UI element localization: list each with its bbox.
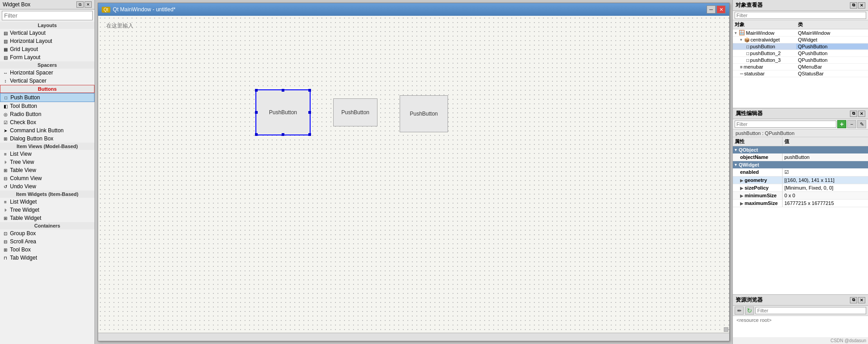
widget-tree-view[interactable]: ⊧Tree View [0,158,94,166]
widget-group-box[interactable]: ⊡Group Box [0,229,94,237]
resource-tree: <resource root> [733,316,868,337]
widget-table-widget[interactable]: ⊞Table Widget [0,214,94,222]
prop-section-qobject: ▾QObject [733,146,868,153]
widget-tool-button[interactable]: ◧Tool Button [0,102,94,110]
selection-handle [308,111,311,114]
widget-box-float-btn[interactable]: ⧉ [76,1,84,8]
resource-refresh-btn[interactable]: ↻ [745,307,754,315]
qt-main-window: Qt Qt MainWindow - untitled* ─ ✕ 在这里输入 P… [98,3,730,341]
property-add-button[interactable]: + [837,120,846,128]
resource-browser-close-btn[interactable]: ✕ [858,297,865,303]
widget-grid-layout[interactable]: ▦Grid Layout [0,45,94,53]
widget-tool-box[interactable]: ⊞Tool Box [0,246,94,254]
property-editor-header: 属性编辑器 ⧉ ✕ [733,108,868,119]
object-inspector-close-btn[interactable]: ✕ [858,2,865,9]
widget-dialog-button-box[interactable]: ⊞Dialog Button Box [0,135,94,143]
tree-row-statusbar[interactable]: ─ statusbar QStatusBar [733,70,868,77]
widget-command-link-button[interactable]: ➤Command Link Button [0,126,94,135]
prop-name-enabled: enabled [733,168,783,176]
selection-handle [282,133,284,136]
tree-name-centralwidget: centralwidget [750,37,780,42]
widget-box-filter[interactable] [2,11,93,20]
section-spacers: Spacers [0,61,94,69]
tree-name-menubar: menubar [744,64,763,70]
widget-check-box[interactable]: ☑Check Box [0,118,94,126]
tree-row-centralwidget[interactable]: ▾ 📦 centralwidget QWidget [733,37,868,43]
object-inspector-tree: 对象 类 ▾ 🪟 MainWindow QMainWindow ▾ 📦 cent… [733,20,868,108]
tree-icon-statusbar: ─ [740,71,743,76]
prop-row-minimumsize[interactable]: ▶minimumSize 0 x 0 [733,192,868,200]
widget-tree-widget[interactable]: ⊧Tree Widget [0,206,94,214]
widget-table-view[interactable]: ⊞Table View [0,166,94,174]
prop-row-geometry[interactable]: ▶geometry [(160, 140), 141 x 111] [733,177,868,184]
prop-section-qwidget: ▾QWidget [733,161,868,168]
prop-value-minimumsize: 0 x 0 [783,192,868,199]
tree-icon-mainwindow: 🪟 [739,30,745,36]
canvas-button-1[interactable]: PushButton [255,89,311,135]
object-inspector-filter-bar [733,11,868,20]
object-inspector-filter[interactable] [735,12,866,19]
tree-header: 对象 类 [733,20,868,29]
prop-row-enabled[interactable]: enabled ☑ [733,168,868,177]
property-context-label: pushButton : QPushButton [733,130,868,137]
resource-pencil-btn[interactable]: ✏ [735,307,744,315]
center-area: Qt Qt MainWindow - untitled* ─ ✕ 在这里输入 P… [95,0,732,344]
object-inspector-header: 对象查看器 ⧉ ✕ [733,0,868,11]
canvas-button-2[interactable]: PushButton [333,98,377,126]
qt-canvas[interactable]: 在这里输入 PushButton PushButton PushButt [98,16,729,333]
tree-row-pushbutton2[interactable]: □ pushButton_2 QPushButton [733,50,868,57]
selection-handle [308,89,311,92]
right-panel: 对象查看器 ⧉ ✕ 对象 类 ▾ 🪟 MainWindow QMainWindo… [732,0,868,344]
widget-vertical-layout[interactable]: ▤Vertical Layout [0,29,94,37]
widget-undo-view[interactable]: ↺Undo View [0,182,94,191]
property-table-header: 属性 值 [733,137,868,146]
prop-name-sizepolicy: ▶sizePolicy [733,184,783,191]
tree-col-class: 类 [798,21,866,28]
resource-browser-float-btn[interactable]: ⧉ [850,297,857,303]
property-editor-filter[interactable] [735,121,836,128]
tree-row-pushbutton[interactable]: □ pushButton QPushButton [733,43,868,50]
section-buttons: Buttons [0,85,94,93]
tree-row-pushbutton3[interactable]: □ pushButton_3 QPushButton [733,57,868,64]
tree-class-menubar: QMenuBar [796,64,868,70]
widget-box-close-btn[interactable]: ✕ [85,1,92,8]
object-inspector-float-btn[interactable]: ⧉ [850,2,857,9]
widget-form-layout[interactable]: ▧Form Layout [0,53,94,61]
widget-list-widget[interactable]: ≡List Widget [0,198,94,206]
widget-vertical-spacer[interactable]: ↕Vertical Spacer [0,77,94,85]
prop-value-geometry: [(160, 140), 141 x 111] [783,177,868,184]
widget-column-view[interactable]: ⊟Column View [0,174,94,182]
prop-header-name: 属性 [733,137,783,146]
prop-name-geometry: ▶geometry [733,177,783,184]
property-editor-float-btn[interactable]: ⧉ [850,111,857,117]
widget-push-button[interactable]: □Push Button [0,93,94,102]
widget-horizontal-spacer[interactable]: ↔Horizontal Spacer [0,69,94,77]
tree-icon-pushbutton: □ [746,44,749,49]
tree-row-menubar[interactable]: ≡ menubar QMenuBar [733,64,868,70]
close-button[interactable]: ✕ [717,5,726,14]
widget-scroll-area[interactable]: ⊟Scroll Area [0,237,94,246]
property-editor-title: 属性编辑器 [736,110,763,117]
resource-browser-panel: 资源浏览器 ⧉ ✕ ✏ ↻ <resource root> CSDN @dsda… [733,294,868,344]
widget-tab-widget[interactable]: ⊓Tab Widget [0,254,94,262]
canvas-button-3[interactable]: PushButton [400,95,448,132]
resource-browser-title: 资源浏览器 [736,296,763,304]
tree-icon-pushbutton3: □ [746,58,749,63]
resource-filter[interactable] [755,307,866,314]
prop-header-value: 值 [783,137,868,146]
prop-row-sizepolicy[interactable]: ▶sizePolicy [Minimum, Fixed, 0, 0] [733,184,868,192]
property-minus-button[interactable]: − [847,120,856,128]
property-edit-button[interactable]: ✎ [857,120,866,128]
widget-list-view[interactable]: ≡List View [0,150,94,158]
minimize-button[interactable]: ─ [707,5,716,14]
prop-value-enabled: ☑ [783,168,868,176]
tree-row-mainwindow[interactable]: ▾ 🪟 MainWindow QMainWindow [733,29,868,37]
widget-radio-button[interactable]: ◎Radio Button [0,110,94,118]
qt-window-title: Qt MainWindow - untitled* [113,6,176,13]
prop-name-minimumsize: ▶minimumSize [733,192,783,199]
object-inspector-panel: 对象查看器 ⧉ ✕ 对象 类 ▾ 🪟 MainWindow QMainWindo… [733,0,868,108]
widget-horizontal-layout[interactable]: ▥Horizontal Layout [0,37,94,45]
prop-row-objectname[interactable]: objectName pushButton [733,153,868,161]
prop-row-maximumsize[interactable]: ▶maximumSize 16777215 x 16777215 [733,200,868,207]
property-editor-close-btn[interactable]: ✕ [858,111,865,117]
